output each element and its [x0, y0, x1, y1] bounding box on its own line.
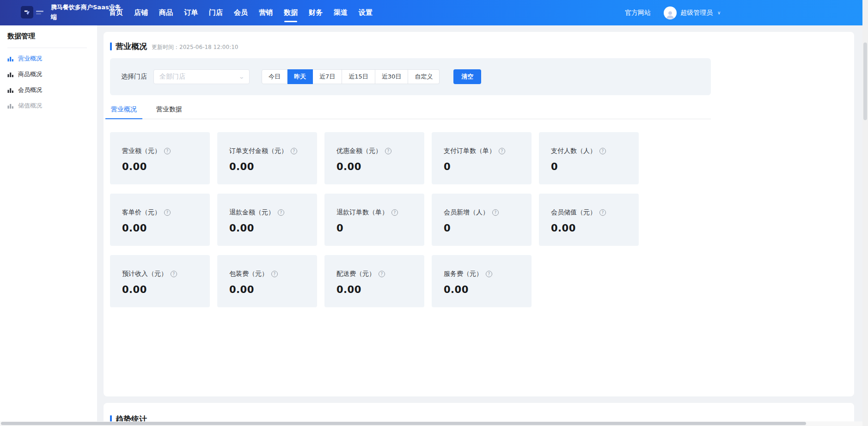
- user-icon: [665, 9, 675, 19]
- stats-grid: 营业额（元）?0.00订单支付金额（元）?0.00优惠金额（元）?0.00支付订…: [110, 132, 854, 307]
- logo-subtext: [36, 11, 43, 14]
- clear-button[interactable]: 清空: [453, 69, 481, 84]
- sidebar-item-label: 会员概况: [18, 86, 42, 94]
- tab[interactable]: 营业数据: [155, 105, 183, 119]
- stat-card: 退款订单数（单）?0: [324, 194, 424, 246]
- nav-item[interactable]: 设置: [353, 0, 378, 25]
- help-icon[interactable]: ?: [278, 209, 284, 216]
- range-button[interactable]: 近7日: [313, 69, 342, 84]
- stat-value: 0.00: [229, 161, 312, 172]
- stat-value: 0.00: [336, 161, 420, 172]
- horizontal-scrollbar[interactable]: [0, 421, 862, 426]
- help-icon[interactable]: ?: [379, 271, 385, 277]
- app-logo: [21, 6, 43, 18]
- section-header: 营业概况 更新时间：2025-06-18 12:00:10: [110, 41, 854, 52]
- stat-label: 客单价（元）: [122, 208, 161, 217]
- stat-label-row: 会员新增（人）?: [444, 208, 527, 217]
- nav-item[interactable]: 门店: [203, 0, 228, 25]
- tab[interactable]: 营业概况: [110, 105, 138, 119]
- bar-chart-icon: [7, 55, 14, 62]
- sidebar-item[interactable]: 会员概况: [7, 82, 97, 98]
- stat-label-row: 营业额（元）?: [122, 147, 205, 155]
- stat-label: 支付人数（人）: [551, 147, 596, 155]
- stat-label: 预计收入（元）: [122, 270, 167, 278]
- stat-value: 0.00: [122, 161, 205, 172]
- bar-chart-icon: [7, 87, 14, 93]
- help-icon[interactable]: ?: [291, 148, 297, 154]
- user-menu[interactable]: 超级管理员 ∨: [664, 6, 721, 19]
- stat-value: 0.00: [551, 223, 634, 234]
- sidebar-item[interactable]: 营业概况: [7, 51, 97, 67]
- stat-label-row: 预计收入（元）?: [122, 270, 205, 278]
- range-button[interactable]: 昨天: [287, 69, 313, 84]
- stat-label-row: 支付人数（人）?: [551, 147, 634, 155]
- stat-card: 支付订单数（单）?0: [432, 132, 532, 184]
- stat-card: 支付人数（人）?0: [539, 132, 639, 184]
- sidebar-title: 数据管理: [7, 32, 97, 41]
- range-button[interactable]: 近30日: [375, 69, 409, 84]
- stat-card: 退款金额（元）?0.00: [217, 194, 317, 246]
- stat-label: 退款订单数（单）: [336, 208, 388, 217]
- stat-label: 支付订单数（单）: [444, 147, 495, 155]
- bar-chart-icon: [7, 71, 14, 78]
- stat-card: 优惠金额（元）?0.00: [324, 132, 424, 184]
- stat-value: 0.00: [336, 284, 420, 295]
- main-content: 营业概况 更新时间：2025-06-18 12:00:10 选择门店 全部门店 …: [97, 25, 862, 421]
- stat-value: 0: [551, 161, 634, 172]
- range-button[interactable]: 今日: [262, 69, 287, 84]
- vertical-scrollbar-thumb[interactable]: [863, 43, 867, 120]
- stat-value: 0: [444, 161, 527, 172]
- stat-card: 包装费（元）?0.00: [217, 255, 317, 307]
- range-button[interactable]: 近15日: [342, 69, 375, 84]
- help-icon[interactable]: ?: [391, 209, 398, 216]
- stat-label-row: 配送费（元）?: [336, 270, 420, 278]
- chevron-down-icon: ⌄: [238, 74, 245, 80]
- sidebar-menu: 营业概况商品概况会员概况储值概况: [7, 51, 97, 114]
- store-select[interactable]: 全部门店 ⌄: [153, 69, 250, 84]
- nav-item[interactable]: 首页: [104, 0, 128, 25]
- nav-item[interactable]: 店铺: [128, 0, 153, 25]
- help-icon[interactable]: ?: [164, 148, 171, 154]
- nav-item[interactable]: 营销: [253, 0, 278, 25]
- nav-item[interactable]: 商品: [153, 0, 178, 25]
- help-icon[interactable]: ?: [499, 148, 505, 154]
- main-nav: 首页店铺商品订单门店会员营销数据财务渠道设置: [104, 0, 378, 25]
- stat-card: 客单价（元）?0.00: [110, 194, 210, 246]
- vertical-scrollbar[interactable]: [862, 0, 868, 426]
- user-name: 超级管理员: [680, 9, 713, 17]
- help-icon[interactable]: ?: [486, 271, 492, 277]
- sidebar-item[interactable]: 商品概况: [7, 67, 97, 82]
- help-icon[interactable]: ?: [599, 148, 606, 154]
- stat-label: 配送费（元）: [336, 270, 375, 278]
- avatar: [664, 6, 677, 19]
- stat-label: 订单支付金额（元）: [229, 147, 287, 155]
- range-button[interactable]: 自定义: [408, 69, 440, 84]
- updated-value: 2025-06-18 12:00:10: [179, 44, 238, 50]
- stat-value: 0.00: [122, 284, 205, 295]
- nav-item[interactable]: 会员: [228, 0, 253, 25]
- sidebar-item-label: 营业概况: [18, 55, 42, 63]
- date-range-group: 今日昨天近7日近15日近30日自定义: [262, 69, 440, 84]
- help-icon[interactable]: ?: [271, 271, 278, 277]
- help-icon[interactable]: ?: [599, 209, 606, 216]
- stat-label-row: 退款金额（元）?: [229, 208, 312, 217]
- stat-label-row: 客单价（元）?: [122, 208, 205, 217]
- help-icon[interactable]: ?: [164, 209, 171, 216]
- stat-value: 0: [444, 223, 527, 234]
- nav-item[interactable]: 渠道: [328, 0, 353, 25]
- stat-card: 会员新增（人）?0: [432, 194, 532, 246]
- stat-label: 包装费（元）: [229, 270, 268, 278]
- stat-label-row: 包装费（元）?: [229, 270, 312, 278]
- help-icon[interactable]: ?: [171, 271, 177, 277]
- store-select-placeholder: 全部门店: [159, 73, 185, 81]
- sidebar-item[interactable]: 储值概况: [7, 98, 97, 114]
- stat-label: 会员新增（人）: [444, 208, 489, 217]
- nav-item[interactable]: 财务: [303, 0, 328, 25]
- horizontal-scrollbar-thumb[interactable]: [1, 422, 806, 425]
- help-icon[interactable]: ?: [385, 148, 391, 154]
- official-site-link[interactable]: 官方网站: [625, 9, 651, 17]
- nav-item[interactable]: 数据: [278, 0, 303, 25]
- store-select-label: 选择门店: [121, 73, 147, 81]
- nav-item[interactable]: 订单: [178, 0, 203, 25]
- help-icon[interactable]: ?: [492, 209, 499, 216]
